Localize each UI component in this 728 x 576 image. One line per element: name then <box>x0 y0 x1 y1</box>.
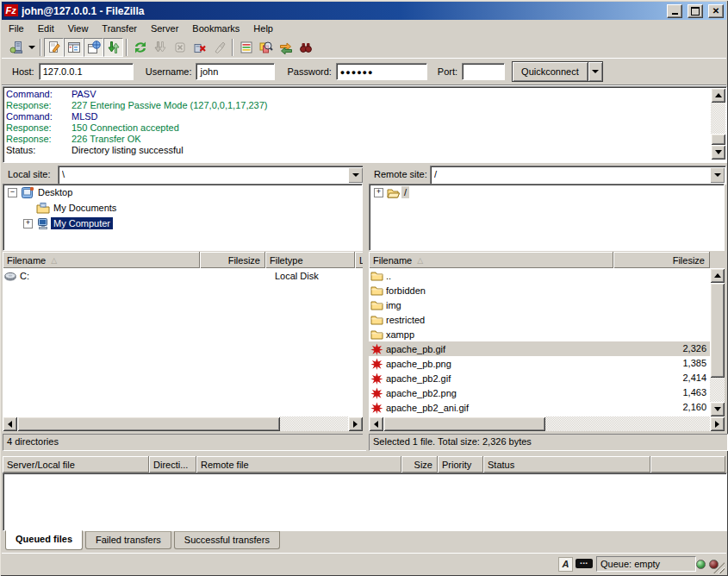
maximize-button[interactable] <box>688 4 703 18</box>
file-row[interactable]: C:Local Disk <box>3 268 363 283</box>
transfer-queue-toggle-icon[interactable] <box>103 38 123 57</box>
scrollbar-thumb[interactable] <box>17 416 280 431</box>
file-name: xampp <box>386 329 414 340</box>
menu-help[interactable]: Help <box>246 21 280 36</box>
menu-bookmarks[interactable]: Bookmarks <box>185 21 246 36</box>
column-header-server-local-file[interactable]: Server/Local file <box>3 456 149 473</box>
remote-hscrollbar[interactable] <box>369 416 725 431</box>
quickconnect-dropdown-button[interactable] <box>588 61 603 82</box>
site-manager-dropdown-icon[interactable] <box>26 38 37 57</box>
column-header-filesize[interactable]: Filesize <box>613 252 710 268</box>
scroll-left-button[interactable] <box>369 416 383 431</box>
message-log-toggle-icon[interactable] <box>44 38 64 57</box>
menu-server[interactable]: Server <box>144 21 185 36</box>
tree-item[interactable]: −Desktop <box>3 185 362 200</box>
file-row[interactable]: restricted <box>369 312 710 327</box>
column-header-priority[interactable]: Priority <box>438 456 483 473</box>
scroll-up-button[interactable] <box>711 88 725 103</box>
scrollbar-thumb[interactable] <box>383 416 545 431</box>
column-header-blank[interactable] <box>650 456 725 473</box>
reconnect-icon[interactable] <box>209 38 229 57</box>
find-icon[interactable] <box>296 38 315 57</box>
computer-icon <box>36 217 51 230</box>
remote-site-dropdown-button[interactable] <box>710 167 725 183</box>
log-line-text: 226 Transfer OK <box>72 134 141 144</box>
local-tree: −DesktopMy Documents+My Computer <box>3 184 363 251</box>
scroll-right-button[interactable] <box>348 416 363 431</box>
process-queue-icon[interactable] <box>150 38 170 57</box>
local-file-list: C:Local Disk <box>3 268 363 416</box>
file-row[interactable]: img <box>369 297 710 312</box>
filter-icon[interactable] <box>236 38 256 57</box>
local-tree-toggle-icon[interactable] <box>64 38 84 57</box>
file-row[interactable]: apache_pb2.png1,463 <box>369 385 710 400</box>
speed-limit-icon[interactable]: ▪▪▪ <box>576 559 593 568</box>
scroll-up-button[interactable] <box>710 268 725 283</box>
scroll-down-button[interactable] <box>710 402 725 416</box>
toolbar <box>2 36 726 59</box>
queue-list[interactable] <box>3 473 727 531</box>
expand-icon[interactable]: + <box>23 219 33 229</box>
file-row[interactable]: .. <box>369 268 710 283</box>
scrollbar-thumb[interactable] <box>710 283 725 378</box>
tree-item[interactable]: +My Computer <box>3 216 362 231</box>
scroll-down-button[interactable] <box>711 145 725 160</box>
transfer-type-icon[interactable]: A <box>558 557 573 572</box>
password-input[interactable]: ●●●●●● <box>336 63 427 80</box>
column-header-filename[interactable]: Filename△ <box>3 252 200 268</box>
quickconnect-button[interactable]: Quickconnect <box>512 61 588 82</box>
tab-failed-transfers[interactable]: Failed transfers <box>85 531 171 549</box>
disconnect-icon[interactable] <box>190 38 209 57</box>
column-header-size[interactable]: Size <box>401 456 438 473</box>
tab-successful-transfers[interactable]: Successful transfers <box>174 531 280 549</box>
file-row[interactable]: xampp <box>369 327 710 341</box>
tree-item-label: My Documents <box>51 202 119 214</box>
tree-item[interactable]: My Documents <box>3 200 362 216</box>
menu-transfer[interactable]: Transfer <box>95 21 144 36</box>
tree-item[interactable]: +/ <box>370 185 724 200</box>
column-header-directi-[interactable]: Directi... <box>149 456 196 473</box>
file-row[interactable]: apache_pb.png1,385 <box>369 356 710 371</box>
compare-icon[interactable] <box>256 38 276 57</box>
column-header-filename[interactable]: Filename△ <box>369 252 613 268</box>
scrollbar-thumb[interactable] <box>711 134 725 145</box>
menu-file[interactable]: File <box>2 21 31 36</box>
log-scrollbar[interactable] <box>711 88 725 160</box>
tab-queued-files[interactable]: Queued files <box>5 530 83 550</box>
remote-site-label: Remote site: <box>369 166 432 183</box>
username-input[interactable]: john <box>196 63 275 80</box>
column-header-status[interactable]: Status <box>483 456 650 473</box>
column-header-filetype[interactable]: Filetype <box>265 252 355 268</box>
column-header-filesize[interactable]: Filesize <box>200 252 265 268</box>
cancel-icon[interactable] <box>170 38 190 57</box>
site-manager-icon[interactable] <box>6 38 26 57</box>
scroll-right-button[interactable] <box>710 416 725 431</box>
menu-view[interactable]: View <box>61 21 96 36</box>
remote-tree-toggle-icon[interactable] <box>84 38 103 57</box>
refresh-icon[interactable] <box>130 38 150 57</box>
file-row[interactable]: forbidden <box>369 283 710 297</box>
remote-vscrollbar[interactable] <box>710 268 725 416</box>
port-input[interactable] <box>462 63 505 80</box>
minimize-button[interactable] <box>667 4 682 18</box>
sync-browse-icon[interactable] <box>276 38 296 57</box>
local-hscrollbar[interactable] <box>3 416 363 431</box>
file-row[interactable]: apache_pb2.gif2,414 <box>369 371 710 385</box>
file-row[interactable]: apache_pb2_ani.gif2,160 <box>369 400 710 415</box>
panel-splitter[interactable] <box>363 166 369 450</box>
file-row[interactable]: apache_pb.gif2,326 <box>369 341 710 356</box>
scroll-left-button[interactable] <box>3 416 17 431</box>
remote-site-combobox[interactable]: / <box>430 166 726 185</box>
arrow-up-icon <box>714 273 721 278</box>
local-site-dropdown-button[interactable] <box>348 167 363 183</box>
expand-icon[interactable]: + <box>374 188 383 197</box>
close-button[interactable]: ✕ <box>708 4 724 18</box>
local-site-combobox[interactable]: \ <box>58 166 364 185</box>
file-size <box>613 297 710 312</box>
collapse-icon[interactable]: − <box>8 188 17 197</box>
title-bar[interactable]: Fz john@127.0.0.1 - FileZilla ✕ <box>2 2 726 20</box>
column-header-remote-file[interactable]: Remote file <box>196 456 401 473</box>
menu-edit[interactable]: Edit <box>31 21 61 36</box>
minimize-icon <box>672 13 678 15</box>
host-input[interactable]: 127.0.0.1 <box>39 63 134 80</box>
